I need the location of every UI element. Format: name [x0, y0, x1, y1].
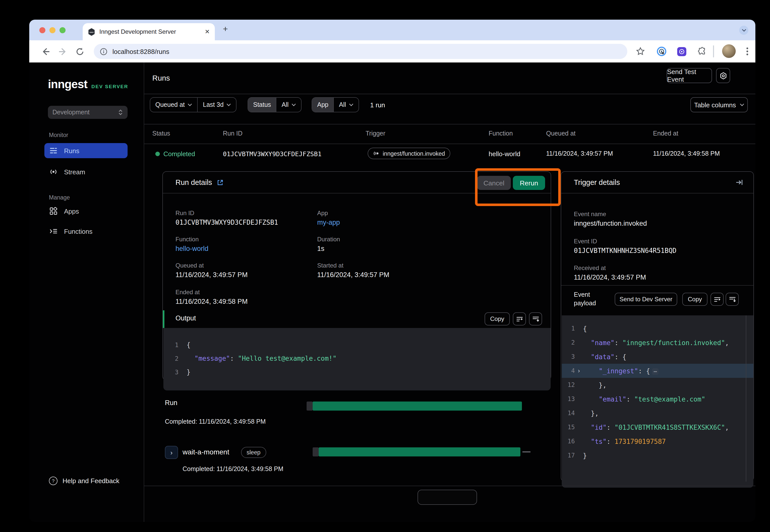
- filters-divider: [144, 124, 755, 124]
- trigger-details-panel: Trigger details Event name inngest/funct…: [561, 171, 754, 482]
- scroll-to-bottom-icon[interactable]: [529, 312, 542, 325]
- status-filter-value[interactable]: All: [277, 98, 301, 112]
- annotation-highlight-box: [475, 168, 561, 206]
- reload-icon[interactable]: [75, 46, 85, 56]
- question-circle-icon: ?: [49, 477, 57, 485]
- sidebar-item-stream[interactable]: Stream: [44, 164, 127, 179]
- started-at-value: 11/16/2024, 3:49:57 PM: [317, 271, 389, 279]
- external-link-icon[interactable]: [217, 179, 223, 186]
- queued-at-filter[interactable]: Queued at: [150, 98, 198, 112]
- settings-gear-button[interactable]: [716, 68, 730, 83]
- payload-copy-button[interactable]: Copy: [682, 293, 708, 306]
- sidebar-item-runs[interactable]: Runs: [44, 143, 127, 158]
- close-window-button[interactable]: [39, 27, 45, 33]
- row-queued-at: 11/16/2024, 3:49:57 PM: [546, 150, 613, 157]
- timeline-step-bar[interactable]: [319, 447, 520, 456]
- code-line: 13 "email": "test@example.com": [562, 392, 753, 406]
- stream-broadcast-icon: [49, 168, 57, 176]
- code-line: 1{: [562, 321, 753, 336]
- url-bar[interactable]: localhost:8288/runs: [94, 44, 627, 59]
- inngest-app: inngest DEV SERVER Development Monitor R…: [29, 62, 755, 522]
- collapse-panel-icon[interactable]: [735, 178, 743, 186]
- run-id-value: 01JCVBTMV3WXY9D3CFDEJFZSB1: [175, 219, 278, 226]
- tab-search-chevron-icon[interactable]: [739, 26, 748, 35]
- word-wrap-icon[interactable]: [513, 312, 526, 325]
- col-ended-at: Ended at: [653, 130, 678, 137]
- queued-at-label: Queued at: [175, 262, 204, 269]
- extensions-puzzle-icon[interactable]: [697, 46, 707, 56]
- event-payload-code[interactable]: 1{2 "name": "inngest/function.invoked",3…: [562, 315, 753, 488]
- app-filter-value[interactable]: All: [334, 98, 359, 112]
- browser-tab[interactable]: Inngest Development Server ✕: [83, 23, 215, 40]
- bookmark-star-icon[interactable]: [635, 46, 646, 56]
- new-tab-button[interactable]: +: [223, 24, 228, 34]
- environment-select[interactable]: Development: [48, 106, 127, 119]
- profile-avatar[interactable]: [722, 44, 736, 58]
- code-line: 17}: [562, 448, 753, 462]
- manage-section-label: Manage: [49, 194, 70, 201]
- help-and-feedback[interactable]: ? Help and Feedback: [49, 477, 119, 485]
- screenshot-canvas: Inngest Development Server ✕ + localhost…: [0, 0, 770, 532]
- event-name-value: inngest/function.invoked: [574, 220, 647, 227]
- started-at-label: Started at: [317, 262, 343, 269]
- event-id-label: Event ID: [574, 238, 597, 245]
- status-filter-label: Status: [248, 98, 277, 112]
- code-line: 15 "id": "01JCVBTMTKR41S8STTKEXSKX6C",: [562, 420, 753, 434]
- output-copy-button[interactable]: Copy: [485, 312, 510, 325]
- row-ended-at: 11/16/2024, 3:49:58 PM: [653, 150, 720, 157]
- sidebar-item-apps[interactable]: Apps: [44, 204, 127, 219]
- inngest-logo: inngest DEV SERVER: [48, 78, 128, 91]
- send-to-dev-server-button[interactable]: Send to Dev Server: [615, 293, 677, 306]
- output-accent-bar: [163, 310, 164, 328]
- duration-label: Duration: [317, 236, 340, 243]
- event-payload-title: Event payload: [574, 291, 605, 308]
- run-id-label: Run ID: [175, 210, 195, 217]
- browser-menu-kebab-icon[interactable]: [742, 46, 752, 56]
- code-line: 14 },: [562, 406, 753, 420]
- tab-close-icon[interactable]: ✕: [205, 29, 210, 35]
- toolbar-divider: [713, 45, 714, 57]
- send-test-event-button[interactable]: Send Test Event: [667, 68, 712, 83]
- table-columns-button[interactable]: Table columns: [690, 97, 748, 112]
- output-code[interactable]: 1{2 "message": "Hello test@example.com!"…: [163, 328, 551, 390]
- function-value-link[interactable]: hello-world: [175, 245, 209, 252]
- trigger-badge[interactable]: inngest/function.invoked: [368, 148, 450, 159]
- password-manager-extension-icon[interactable]: [657, 46, 667, 56]
- output-section-header: Output Copy: [163, 310, 551, 328]
- site-info-icon[interactable]: [100, 48, 107, 55]
- maximize-window-button[interactable]: [59, 27, 65, 33]
- trigger-details-title: Trigger details: [574, 178, 620, 186]
- payload-word-wrap-icon[interactable]: [711, 293, 724, 306]
- queued-at-value: 11/16/2024, 3:49:57 PM: [175, 271, 248, 279]
- function-label: Function: [175, 236, 199, 243]
- app-value-link[interactable]: my-app: [317, 219, 340, 226]
- payload-scroll-bottom-icon[interactable]: [726, 293, 739, 306]
- event-broadcast-icon: [373, 150, 380, 157]
- col-trigger: Trigger: [366, 130, 385, 137]
- expand-step-chevron-button[interactable]: ›: [165, 446, 178, 459]
- ended-at-value: 11/16/2024, 3:49:58 PM: [175, 298, 248, 305]
- timeline-run-completed: Completed: 11/16/2024, 3:49:58 PM: [165, 418, 266, 425]
- footer-partial-button[interactable]: [417, 490, 477, 505]
- forward-icon[interactable]: [57, 46, 68, 56]
- timeline-run-bar[interactable]: [313, 402, 522, 411]
- timeline-step-label: wait-a-moment: [182, 448, 229, 456]
- ended-at-label: Ended at: [175, 289, 200, 296]
- trigger-panel-divider: [561, 285, 753, 286]
- col-status: Status: [152, 130, 170, 137]
- payload-scrollbar[interactable]: [746, 315, 746, 482]
- dev-server-badge: DEV SERVER: [91, 84, 128, 89]
- code-line: 16 "ts": 1731790197587: [562, 434, 753, 448]
- table-header-divider: [144, 144, 755, 144]
- sidebar-item-functions[interactable]: Functions: [44, 224, 127, 239]
- minimize-window-button[interactable]: [49, 27, 55, 33]
- extension-app-icon[interactable]: [677, 46, 687, 56]
- back-icon[interactable]: [40, 46, 50, 56]
- code-line: 12 },: [562, 378, 753, 392]
- main-content: Runs Send Test Event Queued at Last 3d: [144, 62, 755, 522]
- gear-icon: [719, 72, 727, 79]
- code-line: 1{: [163, 338, 551, 352]
- timeline-run-label: Run: [165, 399, 177, 407]
- time-range-filter[interactable]: Last 3d: [198, 98, 236, 112]
- page-title: Runs: [152, 74, 170, 82]
